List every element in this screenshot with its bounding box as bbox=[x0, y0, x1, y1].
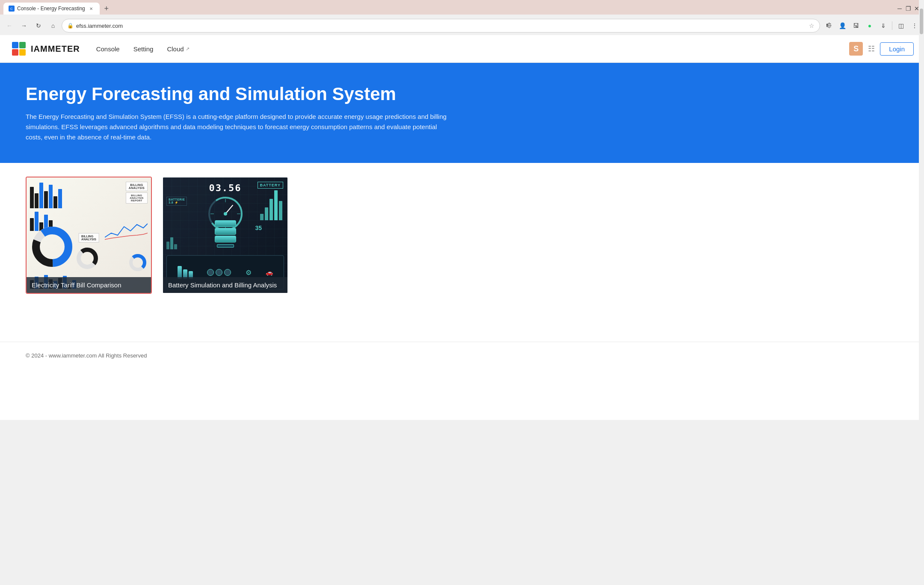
forward-button[interactable]: → bbox=[18, 20, 30, 32]
logo-text: IAMMETER bbox=[31, 44, 80, 54]
page-content: IAMMETER Console Setting Cloud ↗ S ☷ Log… bbox=[0, 35, 924, 420]
bookmark-icon[interactable]: ☆ bbox=[809, 22, 814, 29]
logo-square-1 bbox=[12, 42, 18, 48]
extensions-icon[interactable]: 🨖 bbox=[823, 20, 835, 32]
external-link-icon: ↗ bbox=[186, 46, 190, 52]
donut-chart bbox=[31, 225, 74, 268]
footer: © 2024 - www.iammeter.com All Rights Res… bbox=[0, 342, 924, 369]
hero-title: Energy Forecasting and Simulation System bbox=[26, 83, 898, 105]
cards-section: BILLINGANALYSIS BILLINGANALYSISREPORT BI… bbox=[0, 163, 924, 307]
profile-icon[interactable]: 👤 bbox=[836, 20, 848, 32]
tab-close-button[interactable]: ✕ bbox=[88, 5, 95, 12]
address-bar-area: ← → ↻ ⌂ 🔒 efss.iammeter.com ☆ 🨖 👤 🖫 ● ⇓ … bbox=[0, 16, 924, 35]
footer-text: © 2024 - www.iammeter.com All Rights Res… bbox=[26, 352, 147, 359]
billing-art: BILLINGANALYSIS BILLINGANALYSISREPORT BI… bbox=[27, 177, 151, 293]
new-tab-button[interactable]: + bbox=[101, 3, 113, 15]
nav-setting[interactable]: Setting bbox=[127, 43, 160, 55]
logo-square-2 bbox=[19, 42, 26, 48]
hero-description: The Energy Forecasting and Simulation Sy… bbox=[26, 112, 453, 142]
donut-chart-small bbox=[76, 247, 99, 270]
time-display: 03.56 bbox=[209, 183, 241, 193]
site-nav: IAMMETER Console Setting Cloud ↗ S ☷ Log… bbox=[0, 35, 924, 63]
nav-grid-icon[interactable]: ☷ bbox=[868, 44, 875, 53]
tab-title: Console - Energy Forecasting bbox=[17, 6, 85, 12]
logo-area: IAMMETER bbox=[10, 40, 80, 57]
browser-toolbar-right: 🨖 👤 🖫 ● ⇓ ◫ ⋮ bbox=[823, 20, 921, 32]
login-button[interactable]: Login bbox=[880, 42, 914, 56]
lock-icon: 🔒 bbox=[67, 23, 74, 29]
card-battery-simulation[interactable]: 03.56 BATTERY bbox=[162, 177, 288, 294]
whatsapp-icon[interactable]: ● bbox=[864, 20, 876, 32]
tab-bar: C Console - Energy Forecasting ✕ + bbox=[3, 3, 893, 15]
card-electricity-tariff[interactable]: BILLINGANALYSIS BILLINGANALYSISREPORT BI… bbox=[26, 177, 152, 294]
scrollbar-thumb[interactable] bbox=[920, 9, 923, 34]
minimize-button[interactable]: ─ bbox=[896, 5, 903, 12]
card-image-battery: 03.56 BATTERY bbox=[163, 177, 287, 293]
logo-square-3 bbox=[12, 49, 18, 56]
nav-cloud[interactable]: Cloud ↗ bbox=[161, 43, 195, 55]
toolbar-divider bbox=[892, 21, 892, 30]
donut-chart-tiny bbox=[128, 253, 148, 272]
card-image-electricity: BILLINGANALYSIS BILLINGANALYSISREPORT BI… bbox=[27, 177, 151, 293]
browser-chrome: C Console - Energy Forecasting ✕ + ─ ❐ ✕… bbox=[0, 0, 924, 35]
nav-console[interactable]: Console bbox=[90, 43, 126, 55]
tab-favicon: C bbox=[9, 6, 15, 12]
scrollbar[interactable] bbox=[919, 0, 924, 420]
battery-art: 03.56 BATTERY bbox=[163, 177, 287, 293]
battery-label: BATTERY bbox=[258, 182, 284, 189]
address-bar[interactable]: 🔒 efss.iammeter.com ☆ bbox=[62, 19, 820, 32]
active-tab[interactable]: C Console - Energy Forecasting ✕ bbox=[3, 3, 100, 15]
url-text: efss.iammeter.com bbox=[76, 23, 806, 29]
cast-icon[interactable]: 🖫 bbox=[850, 20, 862, 32]
restore-button[interactable]: ❐ bbox=[904, 5, 912, 12]
line-chart-mini bbox=[105, 220, 148, 242]
svg-point-15 bbox=[224, 212, 227, 216]
refresh-button[interactable]: ↻ bbox=[33, 20, 44, 32]
hero-banner: Energy Forecasting and Simulation System… bbox=[0, 63, 924, 163]
home-button[interactable]: ⌂ bbox=[47, 20, 59, 32]
card-label-battery: Battery Simulation and Billing Analysis bbox=[163, 277, 287, 293]
nav-s-icon: S bbox=[849, 42, 863, 56]
back-button[interactable]: ← bbox=[3, 20, 15, 32]
extensions-mgr-icon[interactable]: ◫ bbox=[895, 20, 907, 32]
logo-square-4 bbox=[19, 49, 26, 56]
card-label-electricity: Electricity Tariff Bill Comparison bbox=[27, 277, 151, 293]
download-icon[interactable]: ⇓ bbox=[877, 20, 889, 32]
nav-right: S ☷ Login bbox=[849, 42, 914, 56]
logo-icon bbox=[10, 40, 27, 57]
nav-links: Console Setting Cloud ↗ bbox=[90, 43, 195, 55]
